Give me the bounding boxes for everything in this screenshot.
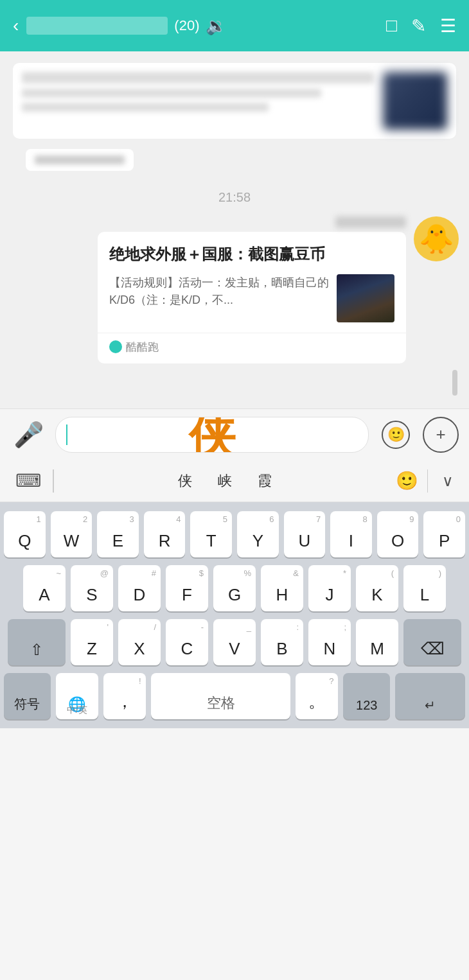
key-n[interactable]: ; N — [308, 619, 351, 665]
keyboard-row-2: ~ A @ S # D $ F % G & H * J ( K — [4, 565, 465, 611]
mic-icon: 🎤 — [13, 421, 44, 449]
key-u[interactable]: 7 U — [284, 511, 326, 557]
header-title — [26, 17, 168, 35]
edit-icon[interactable]: ✎ — [411, 15, 426, 37]
key-globe[interactable]: 🌐 中/英 — [56, 673, 98, 719]
delete-icon: ⌫ — [421, 639, 445, 659]
key-c[interactable]: - C — [166, 619, 208, 665]
blur-line-1 — [22, 72, 374, 83]
text-cursor — [66, 424, 67, 445]
key-g[interactable]: % G — [213, 565, 256, 611]
key-p[interactable]: 0 P — [423, 511, 465, 557]
key-symbols[interactable]: 符号 — [4, 673, 51, 719]
key-k[interactable]: ( K — [356, 565, 398, 611]
key-space[interactable]: 空格 — [151, 673, 291, 719]
blurred-message-card — [13, 63, 456, 139]
chat-area: 21:58 绝地求外服＋国服：截图赢豆币 【活动规则】活动一：发主贴，晒晒自己的… — [0, 51, 469, 408]
source-icon — [109, 340, 122, 353]
header-title-area: (20) 🔉 — [26, 16, 378, 36]
key-123[interactable]: 123 — [343, 673, 390, 719]
add-button[interactable]: + — [423, 417, 459, 453]
key-l[interactable]: ) L — [403, 565, 446, 611]
chat-icon[interactable]: □ — [386, 15, 397, 36]
key-x[interactable]: / X — [118, 619, 161, 665]
input-area: 🎤 侠 🙂 + — [0, 408, 469, 460]
keyboard-row-4: 符号 🌐 中/英 ! ， 空格 ? 。 123 ↵ — [4, 673, 465, 719]
key-v[interactable]: _ V — [213, 619, 256, 665]
key-d[interactable]: # D — [118, 565, 161, 611]
divider-2 — [427, 469, 429, 493]
key-period[interactable]: ? 。 — [296, 673, 338, 719]
link-preview: 【活动规则】活动一：发主贴，晒晒自己的K/D6（注：是K/D，不... — [109, 274, 394, 322]
timestamp: 21:58 — [0, 190, 469, 205]
link-title: 绝地求外服＋国服：截图赢豆币 — [109, 243, 394, 265]
small-bubble-wrapper — [0, 144, 469, 179]
key-o[interactable]: 9 O — [377, 511, 419, 557]
key-a[interactable]: ~ A — [23, 565, 66, 611]
keyboard-row-1: 1 Q 2 W 3 E 4 R 5 T 6 Y 7 U 8 I — [4, 511, 465, 557]
keyboard: 1 Q 2 W 3 E 4 R 5 T 6 Y 7 U 8 I — [0, 502, 469, 728]
audio-icon[interactable]: 🔉 — [206, 16, 226, 36]
return-icon: ↵ — [425, 697, 436, 713]
key-return[interactable]: ↵ — [395, 673, 465, 719]
candidate-item-1[interactable]: 侠 — [165, 469, 205, 493]
small-blur-line — [35, 155, 125, 164]
key-comma[interactable]: ! ， — [103, 673, 146, 719]
back-button[interactable]: ‹ — [13, 15, 19, 36]
key-i[interactable]: 8 I — [330, 511, 372, 557]
key-f[interactable]: $ F — [166, 565, 208, 611]
source-name: 酷酷跑 — [126, 340, 159, 354]
shift-icon: ⇧ — [30, 641, 43, 659]
menu-icon[interactable]: ☰ — [440, 15, 456, 37]
key-r[interactable]: 4 R — [144, 511, 186, 557]
keyboard-toggle-button[interactable]: ⌨ — [10, 466, 46, 496]
mic-button[interactable]: 🎤 — [10, 417, 46, 453]
scroll-indicator — [452, 370, 457, 396]
avatar: 🐥 — [414, 216, 459, 261]
header: ‹ (20) 🔉 □ ✎ ☰ — [0, 0, 469, 51]
candidate-item-3[interactable]: 霞 — [245, 469, 285, 493]
blurred-image — [383, 72, 447, 130]
text-input[interactable]: 侠 — [55, 417, 369, 453]
keyboard-row-3: ⇧ ' Z / X - C _ V : B ; N M ⌫ — [4, 619, 465, 665]
key-delete[interactable]: ⌫ — [403, 619, 461, 665]
candidate-preview-char: 侠 — [189, 417, 235, 453]
key-y[interactable]: 6 Y — [237, 511, 279, 557]
blur-line-3 — [22, 103, 269, 112]
candidate-right: 🙂 ∨ — [396, 469, 459, 493]
key-e[interactable]: 3 E — [97, 511, 139, 557]
link-desc: 【活动规则】活动一：发主贴，晒晒自己的K/D6（注：是K/D，不... — [109, 274, 329, 309]
candidate-emoji-button[interactable]: 🙂 — [396, 470, 418, 491]
blurred-content — [22, 72, 374, 117]
space-icon: 空格 — [207, 694, 235, 713]
blur-line-2 — [22, 89, 321, 98]
emoji-icon: 🙂 — [382, 421, 410, 449]
candidate-list: 侠 峡 霞 — [60, 469, 389, 493]
message-row-received: 绝地求外服＋国服：截图赢豆币 【活动规则】活动一：发主贴，晒晒自己的K/D6（注… — [0, 216, 469, 363]
key-t[interactable]: 5 T — [190, 511, 232, 557]
emoji-button[interactable]: 🙂 — [378, 417, 414, 453]
key-j[interactable]: * J — [308, 565, 351, 611]
collapse-button[interactable]: ∨ — [437, 469, 459, 493]
keyboard-icon: ⌨ — [15, 470, 41, 491]
link-source: 酷酷跑 — [98, 333, 406, 363]
key-b[interactable]: : B — [261, 619, 303, 665]
key-shift[interactable]: ⇧ — [8, 619, 66, 665]
small-blur-bubble — [26, 149, 134, 171]
input-row: 🎤 侠 🙂 + — [10, 417, 459, 453]
key-s[interactable]: @ S — [71, 565, 113, 611]
key-m[interactable]: M — [356, 619, 398, 665]
key-w[interactable]: 2 W — [51, 511, 93, 557]
link-thumbnail — [337, 274, 394, 322]
key-z[interactable]: ' Z — [71, 619, 113, 665]
message-count-badge: (20) — [174, 17, 199, 34]
candidate-row: ⌨ 侠 峡 霞 🙂 ∨ — [0, 460, 469, 502]
divider-1 — [53, 469, 54, 493]
key-q[interactable]: 1 Q — [4, 511, 46, 557]
avatar-emoji: 🐥 — [419, 222, 454, 256]
header-actions: □ ✎ ☰ — [386, 15, 456, 37]
sender-name-blurred — [335, 216, 406, 228]
link-card[interactable]: 绝地求外服＋国服：截图赢豆币 【活动规则】活动一：发主贴，晒晒自己的K/D6（注… — [98, 232, 406, 363]
candidate-item-2[interactable]: 峡 — [205, 469, 245, 493]
key-h[interactable]: & H — [261, 565, 303, 611]
